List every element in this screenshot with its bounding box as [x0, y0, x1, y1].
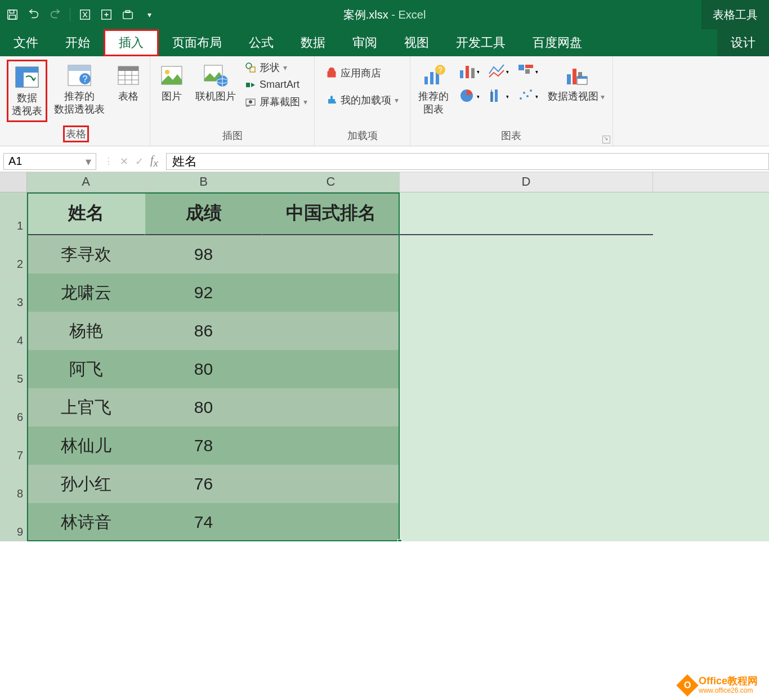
recommended-charts-button[interactable]: ? 推荐的 图表 [415, 60, 452, 119]
cell[interactable]: 林诗音 [27, 503, 145, 541]
row-header[interactable]: 2 [0, 235, 27, 273]
cell[interactable]: 林仙儿 [27, 427, 145, 465]
cell[interactable] [400, 350, 653, 388]
recommended-pivot-button[interactable]: ? 推荐的 数据透视表 [51, 60, 108, 119]
column-header-c[interactable]: C [262, 172, 400, 192]
online-picture-label: 联机图片 [195, 90, 236, 103]
tab-developer[interactable]: 开发工具 [442, 29, 519, 56]
table-button[interactable]: 表格 [111, 60, 145, 105]
cell[interactable] [400, 235, 653, 273]
cell[interactable]: 98 [145, 235, 262, 273]
column-chart-icon[interactable]: ▾ [455, 60, 482, 82]
column-header-d[interactable]: D [400, 172, 653, 192]
cell[interactable] [262, 465, 400, 503]
line-chart-icon[interactable]: ▾ [485, 60, 512, 82]
touch-mode-icon[interactable] [78, 8, 92, 21]
cell-d1[interactable] [400, 192, 653, 235]
shapes-button[interactable]: 形状 [243, 60, 310, 75]
cell-b1[interactable]: 成绩 [145, 192, 262, 235]
row-header[interactable]: 9 [0, 503, 27, 541]
cell-c1[interactable]: 中国式排名 [262, 192, 400, 235]
formula-input[interactable]: 姓名 [166, 153, 769, 170]
qat-customize-icon[interactable]: ▾ [142, 8, 156, 21]
cell[interactable] [400, 503, 653, 541]
cell[interactable] [400, 388, 653, 427]
cell[interactable]: 上官飞 [27, 388, 145, 427]
cell[interactable]: 李寻欢 [27, 235, 145, 273]
hierarchy-chart-icon[interactable]: ▾ [514, 60, 541, 82]
tab-review[interactable]: 审阅 [339, 29, 391, 56]
cell[interactable] [262, 427, 400, 465]
selection-handle[interactable] [397, 539, 402, 541]
cell[interactable]: 阿飞 [27, 350, 145, 388]
accept-formula-icon[interactable]: ✓ [135, 155, 144, 168]
row-header[interactable]: 1 [0, 192, 27, 235]
store-button[interactable]: 应用商店 [324, 65, 401, 81]
cell[interactable]: 76 [145, 465, 262, 503]
fx-icon[interactable]: fx [150, 154, 158, 169]
cell[interactable]: 孙小红 [27, 465, 145, 503]
picture-button[interactable]: 图片 [155, 60, 189, 105]
scatter-chart-icon[interactable]: ▾ [514, 84, 541, 107]
screenshot-button[interactable]: o+ 屏幕截图 [243, 94, 310, 110]
column-header-b[interactable]: B [145, 172, 262, 192]
tab-baidu[interactable]: 百度网盘 [519, 29, 596, 56]
cell[interactable] [400, 427, 653, 465]
cell[interactable]: 86 [145, 312, 262, 350]
new-icon[interactable] [100, 8, 113, 21]
tab-insert[interactable]: 插入 [104, 29, 159, 56]
save-icon[interactable] [6, 8, 19, 21]
online-picture-button[interactable]: 联机图片 [192, 60, 239, 105]
cell[interactable]: 杨艳 [27, 312, 145, 350]
cell[interactable] [400, 465, 653, 503]
my-addins-button[interactable]: 我的加载项 [324, 92, 401, 108]
charts-dialog-launcher[interactable] [602, 136, 610, 143]
row-header[interactable]: 7 [0, 427, 27, 465]
cell[interactable]: 80 [145, 388, 262, 427]
select-all-corner[interactable] [0, 172, 27, 192]
cell[interactable] [262, 312, 400, 350]
svg-text:▾: ▾ [506, 69, 508, 75]
svg-rect-59 [573, 69, 576, 84]
cell[interactable] [262, 503, 400, 541]
cell[interactable]: 80 [145, 350, 262, 388]
cell[interactable]: 78 [145, 427, 262, 465]
cell[interactable]: 74 [145, 503, 262, 541]
cell[interactable] [262, 350, 400, 388]
tab-data[interactable]: 数据 [287, 29, 339, 56]
undo-icon[interactable] [27, 8, 41, 21]
pie-chart-icon[interactable]: ▾ [455, 84, 482, 107]
addins-group-label: 加载项 [319, 127, 405, 143]
cell[interactable] [262, 235, 400, 273]
cell-a1[interactable]: 姓名 [27, 192, 145, 235]
tab-home[interactable]: 开始 [52, 29, 104, 56]
row-header[interactable]: 5 [0, 350, 27, 388]
formula-bar: A1▾ ⋮ ✕ ✓ fx 姓名 [0, 151, 769, 172]
cell[interactable] [400, 273, 653, 312]
smartart-button[interactable]: SmartArt [243, 78, 310, 92]
cell[interactable] [262, 273, 400, 312]
cancel-formula-icon[interactable]: ✕ [120, 155, 128, 168]
column-header-a[interactable]: A [27, 172, 145, 192]
tab-file[interactable]: 文件 [0, 29, 52, 56]
row-header[interactable]: 4 [0, 312, 27, 350]
cell[interactable]: 92 [145, 273, 262, 312]
redo-icon[interactable] [48, 8, 62, 21]
cell[interactable] [400, 312, 653, 350]
svg-text:▾: ▾ [535, 69, 538, 75]
statistic-chart-icon[interactable]: ▾ [485, 84, 512, 107]
cell[interactable]: 龙啸云 [27, 273, 145, 312]
tab-page-layout[interactable]: 页面布局 [159, 29, 235, 56]
row-header[interactable]: 3 [0, 273, 27, 312]
camera-icon[interactable] [121, 8, 135, 21]
row-header[interactable]: 8 [0, 465, 27, 503]
pivot-table-button[interactable]: 数据 透视表 [7, 60, 47, 122]
tab-design[interactable]: 设计 [717, 29, 769, 56]
cell[interactable] [262, 388, 400, 427]
tab-formulas[interactable]: 公式 [235, 29, 287, 56]
tab-view[interactable]: 视图 [391, 29, 442, 56]
row-header[interactable]: 6 [0, 388, 27, 427]
svg-text:▾: ▾ [477, 93, 479, 100]
name-box[interactable]: A1▾ [3, 153, 96, 170]
pivot-chart-button[interactable]: 数据透视图 [544, 60, 608, 105]
